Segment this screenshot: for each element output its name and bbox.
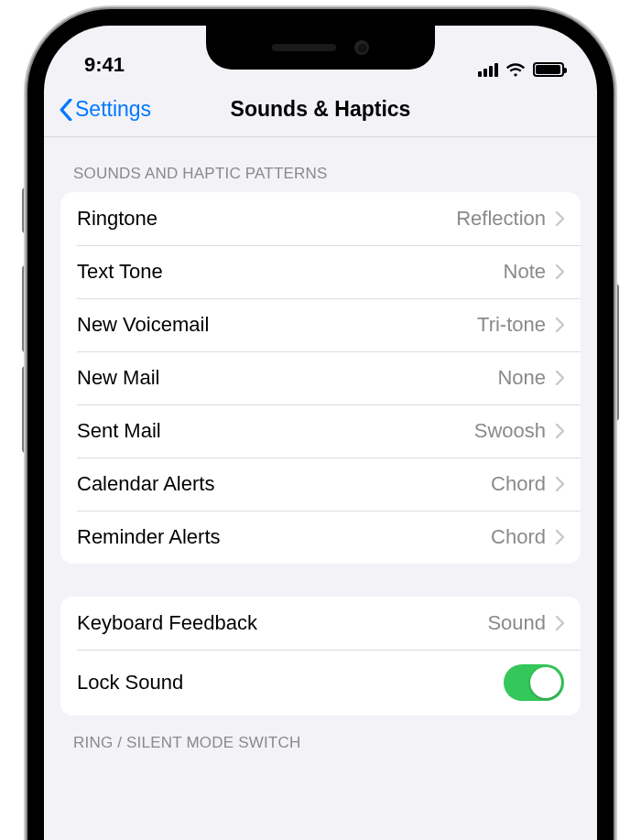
row-value: None	[497, 366, 546, 390]
row-reminder-alerts[interactable]: Reminder Alerts Chord	[60, 511, 581, 564]
back-button[interactable]: Settings	[59, 97, 151, 122]
status-time: 9:41	[84, 53, 125, 77]
row-label: Text Tone	[77, 260, 504, 284]
toggle-knob	[530, 667, 561, 698]
chevron-right-icon	[555, 211, 564, 226]
screen: 9:41 Settings	[44, 26, 597, 840]
front-camera	[354, 40, 369, 55]
back-label: Settings	[75, 97, 151, 122]
row-value: Chord	[491, 472, 546, 496]
row-label: Lock Sound	[77, 671, 504, 695]
content-scroll[interactable]: SOUNDS AND HAPTIC PATTERNS Ringtone Refl…	[44, 137, 597, 761]
row-label: Ringtone	[77, 207, 456, 231]
chevron-right-icon	[555, 424, 564, 438]
row-text-tone[interactable]: Text Tone Note	[60, 245, 581, 298]
row-calendar-alerts[interactable]: Calendar Alerts Chord	[60, 458, 581, 511]
row-label: Keyboard Feedback	[77, 611, 487, 635]
row-value: Tri-tone	[477, 313, 546, 337]
chevron-right-icon	[555, 616, 564, 630]
row-value: Sound	[487, 611, 546, 635]
row-value: Swoosh	[474, 419, 546, 443]
row-label: Sent Mail	[77, 419, 474, 443]
chevron-right-icon	[555, 477, 564, 491]
group-feedback: Keyboard Feedback Sound Lock Sound	[60, 597, 581, 716]
group-sounds-patterns: Ringtone Reflection Text Tone Note New V…	[60, 192, 581, 564]
row-new-voicemail[interactable]: New Voicemail Tri-tone	[60, 298, 581, 351]
row-value: Chord	[491, 525, 546, 549]
chevron-right-icon	[555, 371, 564, 385]
navigation-bar: Settings Sounds & Haptics	[44, 82, 597, 137]
row-value: Note	[504, 260, 546, 284]
section-header-sounds-patterns: SOUNDS AND HAPTIC PATTERNS	[44, 146, 597, 192]
row-new-mail[interactable]: New Mail None	[60, 351, 581, 404]
row-ringtone[interactable]: Ringtone Reflection	[60, 192, 581, 245]
row-value: Reflection	[456, 207, 546, 231]
row-sent-mail[interactable]: Sent Mail Swoosh	[60, 404, 581, 458]
battery-icon	[533, 62, 564, 77]
section-header-ring-silent: RING / SILENT MODE SWITCH	[44, 716, 597, 761]
row-label: Reminder Alerts	[77, 525, 491, 549]
notch	[206, 26, 435, 70]
chevron-right-icon	[555, 318, 564, 332]
chevron-right-icon	[555, 530, 564, 544]
phone-frame: 9:41 Settings	[27, 9, 614, 840]
wifi-icon	[505, 62, 526, 77]
cellular-signal-icon	[478, 62, 498, 77]
row-label: Calendar Alerts	[77, 472, 491, 496]
row-keyboard-feedback[interactable]: Keyboard Feedback Sound	[60, 597, 581, 650]
row-label: New Voicemail	[77, 313, 477, 337]
chevron-left-icon	[59, 99, 73, 121]
row-lock-sound: Lock Sound	[60, 650, 581, 716]
lock-sound-toggle[interactable]	[504, 664, 564, 701]
row-label: New Mail	[77, 366, 497, 390]
speaker-grill	[272, 44, 336, 51]
chevron-right-icon	[555, 264, 564, 279]
